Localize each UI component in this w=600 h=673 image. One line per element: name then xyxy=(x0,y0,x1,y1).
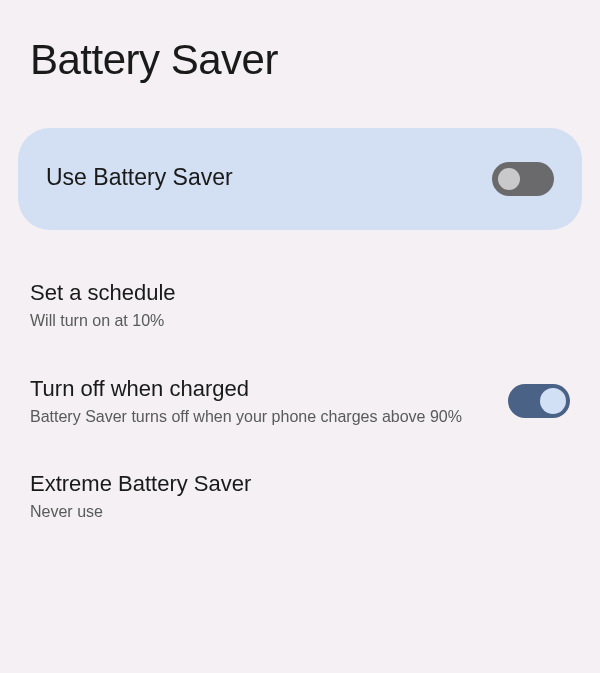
use-battery-saver-label: Use Battery Saver xyxy=(46,164,233,191)
extreme-subtitle: Never use xyxy=(30,501,550,523)
extreme-title: Extreme Battery Saver xyxy=(30,471,550,497)
extreme-text: Extreme Battery Saver Never use xyxy=(30,471,570,523)
turn-off-charged-text: Turn off when charged Battery Saver turn… xyxy=(30,376,508,428)
battery-saver-settings: Battery Saver Use Battery Saver Set a sc… xyxy=(0,0,600,545)
extreme-battery-saver-row[interactable]: Extreme Battery Saver Never use xyxy=(0,449,600,545)
page-title: Battery Saver xyxy=(0,0,600,114)
use-battery-saver-toggle[interactable] xyxy=(492,162,554,196)
set-schedule-text: Set a schedule Will turn on at 10% xyxy=(30,280,570,332)
set-schedule-subtitle: Will turn on at 10% xyxy=(30,310,550,332)
use-battery-saver-row[interactable]: Use Battery Saver xyxy=(18,128,582,230)
set-schedule-title: Set a schedule xyxy=(30,280,550,306)
turn-off-charged-title: Turn off when charged xyxy=(30,376,488,402)
turn-off-charged-row[interactable]: Turn off when charged Battery Saver turn… xyxy=(0,354,600,450)
toggle-knob xyxy=(540,388,566,414)
turn-off-charged-toggle[interactable] xyxy=(508,384,570,418)
turn-off-charged-subtitle: Battery Saver turns off when your phone … xyxy=(30,406,488,428)
set-schedule-row[interactable]: Set a schedule Will turn on at 10% xyxy=(0,258,600,354)
toggle-knob xyxy=(498,168,520,190)
